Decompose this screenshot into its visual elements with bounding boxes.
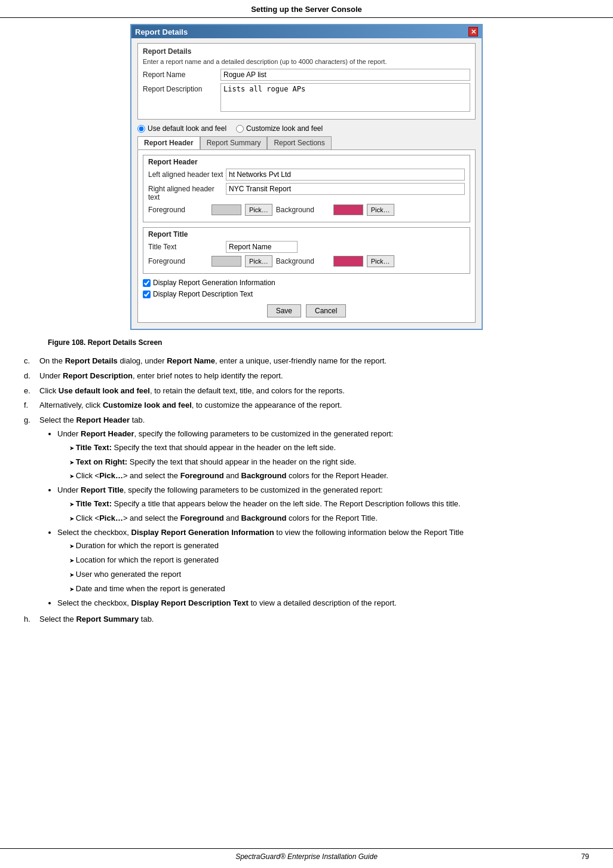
right-header-input[interactable] (226, 183, 465, 195)
left-header-label: Left aligned header text (148, 169, 226, 179)
customize-label: Customize look and feel (246, 124, 323, 133)
use-default-label: Use default look and feel (148, 124, 226, 133)
title-text-row: Title Text (148, 241, 465, 253)
display-gen-info-row: Display Report Generation Information (143, 279, 470, 287)
header-color-row: Foreground Pick… Background Pick… (148, 204, 465, 216)
right-header-row: Right aligned header text (148, 183, 465, 201)
title-foreground-pick[interactable]: Pick… (245, 255, 272, 267)
report-details-dialog: Report Details ✕ Report Details Enter a … (130, 24, 483, 330)
list-item-e: e. Click Use default look and feel, to r… (24, 385, 589, 398)
list-item-f: f. Alternatively, click Customize look a… (24, 399, 589, 412)
look-feel-options: Use default look and feel Customize look… (137, 124, 476, 133)
title-foreground-swatch (212, 256, 241, 267)
report-desc-row: Report Description Lists all rogue APs (143, 83, 470, 112)
header-foreground-swatch (212, 204, 241, 215)
title-background-label: Background (276, 257, 330, 265)
dialog-close-button[interactable]: ✕ (468, 27, 478, 36)
tab-report-sections[interactable]: Report Sections (267, 136, 331, 149)
title-foreground-label: Foreground (148, 257, 208, 265)
list-item-d: d. Under Report Description, enter brief… (24, 370, 589, 383)
g-sub-4: Title Text: Specify a title that appears… (69, 498, 464, 511)
figure-caption: Figure 108. Report Details Screen (24, 338, 589, 347)
header-foreground-label: Foreground (148, 206, 208, 214)
header-foreground-pick[interactable]: Pick… (245, 204, 272, 216)
save-button[interactable]: Save (267, 304, 301, 317)
g-sub-3: Click <Pick…> and select the Foreground … (69, 470, 464, 482)
figure-label: Figure 108. (48, 338, 85, 347)
tabs: Report Header Report Summary Report Sect… (137, 136, 476, 149)
footer-text: SpectraGuard® Enterprise Installation Gu… (235, 852, 378, 861)
tab-report-summary[interactable]: Report Summary (200, 136, 268, 149)
report-title-sub-section: Report Title Title Text Foreground Pick…… (143, 227, 470, 274)
display-desc-text-row: Display Report Description Text (143, 290, 470, 298)
tab-content-report-header: Report Header Left aligned header text R… (137, 149, 476, 323)
g-sub-9: Date and time when the report is generat… (69, 583, 464, 595)
dialog-body: Report Details Enter a report name and a… (131, 38, 482, 329)
tab-report-header[interactable]: Report Header (137, 136, 200, 149)
report-details-section-title: Report Details (143, 47, 470, 56)
g-bullets: Under Report Header, specify the followi… (39, 428, 464, 609)
left-header-input[interactable] (226, 169, 465, 181)
title-background-pick[interactable]: Pick… (367, 255, 394, 267)
figure-text: Report Details Screen (88, 338, 163, 347)
g-sub-8: User who generated the report (69, 569, 464, 581)
header-background-swatch (333, 204, 363, 215)
use-default-radio[interactable] (137, 125, 145, 133)
g-sub-5: Click <Pick…> and select the Foreground … (69, 512, 464, 525)
list-item-c: c. On the Report Details dialog, under R… (24, 355, 589, 368)
report-header-sub-title: Report Header (148, 158, 465, 166)
title-text-input[interactable] (226, 241, 298, 253)
page-number: 79 (581, 852, 589, 861)
title-color-row: Foreground Pick… Background Pick… (148, 255, 465, 267)
report-details-description: Enter a report name and a detailed descr… (143, 58, 470, 65)
right-header-label: Right aligned header text (148, 183, 226, 201)
g-sub-7: Location for which the report is generat… (69, 554, 464, 567)
customize-radio[interactable] (236, 125, 244, 133)
page-title: Setting up the Server Console (0, 0, 613, 18)
g-bullet-3: Select the checkbox, Display Report Gene… (57, 527, 464, 595)
tabs-wrapper: Report Header Report Summary Report Sect… (137, 136, 476, 323)
g-bullet-2: Under Report Title, specify the followin… (57, 484, 464, 524)
report-details-section: Report Details Enter a report name and a… (137, 43, 476, 120)
use-default-option[interactable]: Use default look and feel (137, 124, 226, 133)
g-bullet-1: Under Report Header, specify the followi… (57, 428, 464, 482)
instructions-list: c. On the Report Details dialog, under R… (24, 355, 589, 626)
g-bullet-3-sub: Duration for which the report is generat… (57, 540, 464, 595)
g-sub-6: Duration for which the report is generat… (69, 540, 464, 552)
g-bullet-4: Select the checkbox, Display Report Desc… (57, 597, 464, 610)
report-desc-label: Report Description (143, 83, 220, 93)
header-background-label: Background (276, 206, 330, 214)
report-name-row: Report Name (143, 69, 470, 81)
g-bullet-2-sub: Title Text: Specify a title that appears… (57, 498, 464, 525)
display-desc-text-label: Display Report Description Text (153, 290, 253, 298)
display-desc-text-checkbox[interactable] (143, 291, 151, 298)
title-background-swatch (333, 256, 363, 267)
report-header-sub-section: Report Header Left aligned header text R… (143, 155, 470, 222)
button-row: Save Cancel (143, 304, 470, 317)
cancel-button[interactable]: Cancel (306, 304, 346, 317)
g-sub-1: Title Text: Specify the text that should… (69, 442, 464, 454)
left-header-row: Left aligned header text (148, 169, 465, 181)
g-sub-2: Text on Right: Specify the text that sho… (69, 456, 464, 469)
display-gen-info-checkbox[interactable] (143, 279, 151, 287)
dialog-titlebar: Report Details ✕ (131, 25, 482, 38)
display-gen-info-label: Display Report Generation Information (153, 279, 275, 287)
body-text: c. On the Report Details dialog, under R… (24, 355, 589, 626)
report-desc-textarea[interactable]: Lists all rogue APs (220, 83, 470, 112)
dialog-title: Report Details (135, 27, 188, 36)
list-item-h: h. Select the Report Summary tab. (24, 613, 589, 626)
g-bullet-1-sub: Title Text: Specify the text that should… (57, 442, 464, 482)
customize-option[interactable]: Customize look and feel (236, 124, 323, 133)
report-name-label: Report Name (143, 69, 220, 79)
footer: SpectraGuard® Enterprise Installation Gu… (0, 848, 613, 861)
report-title-sub-title: Report Title (148, 230, 465, 239)
title-text-label: Title Text (148, 241, 226, 251)
list-item-g: g. Select the Report Header tab. Under R… (24, 414, 589, 611)
header-background-pick[interactable]: Pick… (367, 204, 394, 216)
report-name-input[interactable] (220, 69, 470, 81)
